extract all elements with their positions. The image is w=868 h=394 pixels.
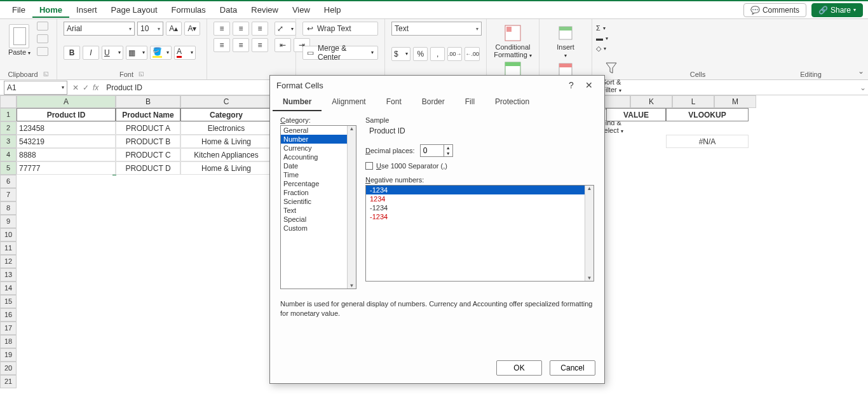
row-header-20[interactable]: 20 xyxy=(0,362,17,375)
comma-button[interactable]: , xyxy=(430,47,445,61)
spin-up-icon[interactable]: ▲ xyxy=(444,145,452,151)
row-header-13[interactable]: 13 xyxy=(0,268,17,282)
borders-button[interactable]: ▦▾ xyxy=(126,46,147,60)
menu-view[interactable]: View xyxy=(285,2,317,18)
negative-item-3[interactable]: -1234 xyxy=(366,212,593,221)
clipboard-launcher[interactable]: ◱ xyxy=(43,71,49,78)
align-middle-button[interactable]: ≡ xyxy=(233,22,249,36)
row-header-10[interactable]: 10 xyxy=(0,228,17,241)
tab-protection[interactable]: Protection xyxy=(485,95,539,111)
col-header-A[interactable]: A xyxy=(17,95,116,108)
italic-button[interactable]: I xyxy=(83,46,99,60)
category-item-fraction[interactable]: Fraction xyxy=(281,188,356,197)
tab-alignment[interactable]: Alignment xyxy=(322,95,376,111)
cell-A2[interactable]: 123458 xyxy=(17,121,116,135)
comments-button[interactable]: 💬Comments xyxy=(743,3,806,17)
row-header-12[interactable]: 12 xyxy=(0,255,17,268)
expand-formula-button[interactable]: ⌄ xyxy=(858,83,868,92)
category-item-text[interactable]: Text xyxy=(281,206,356,215)
row-header-11[interactable]: 11 xyxy=(0,241,17,255)
row-header-14[interactable]: 14 xyxy=(0,282,17,295)
category-item-percentage[interactable]: Percentage xyxy=(281,179,356,188)
row-header-6[interactable]: 6 xyxy=(0,175,17,188)
share-button[interactable]: 🔗Share▾ xyxy=(811,3,863,17)
cut-icon[interactable] xyxy=(37,22,48,31)
ribbon-collapse-button[interactable]: ⌄ xyxy=(858,67,864,76)
copy-icon[interactable] xyxy=(37,34,48,43)
cell-C4[interactable]: Kitchen Appliances xyxy=(180,148,272,161)
decimal-places-input[interactable] xyxy=(421,146,444,155)
menu-formulas[interactable]: Formulas xyxy=(165,2,213,18)
row-header-15[interactable]: 15 xyxy=(0,295,17,308)
name-box[interactable]: A1▾ xyxy=(4,81,67,95)
ok-button[interactable]: OK xyxy=(496,360,542,376)
row-header-3[interactable]: 3 xyxy=(0,135,17,148)
cell-C2[interactable]: Electronics xyxy=(180,121,272,135)
category-item-currency[interactable]: Currency xyxy=(281,144,356,153)
col-header-B[interactable]: B xyxy=(116,95,180,108)
number-format-combo[interactable]: Text▾ xyxy=(391,22,482,36)
cell-J3[interactable]: #N/A xyxy=(666,135,749,148)
autosum-button[interactable]: Σ▾ xyxy=(596,24,608,32)
cancel-button[interactable]: Cancel xyxy=(550,360,595,376)
menu-help[interactable]: Help xyxy=(317,2,348,18)
menu-home[interactable]: Home xyxy=(32,2,69,18)
menu-file[interactable]: File xyxy=(5,2,32,18)
font-launcher[interactable]: ◱ xyxy=(139,71,144,78)
font-size-combo[interactable]: 10▾ xyxy=(137,22,163,36)
cell-B3[interactable]: PRODUCT B xyxy=(116,135,180,148)
row-header-17[interactable]: 17 xyxy=(0,322,17,335)
col-header-M[interactable]: M xyxy=(714,95,756,108)
menu-data[interactable]: Data xyxy=(213,2,244,18)
decrease-indent-button[interactable]: ⇤ xyxy=(275,38,291,52)
category-item-custom[interactable]: Custom xyxy=(281,224,356,233)
grow-font-button[interactable]: A▴ xyxy=(166,22,182,36)
tab-fill[interactable]: Fill xyxy=(455,95,485,111)
align-bottom-button[interactable]: ≡ xyxy=(252,22,268,36)
cell-A1[interactable]: Product ID xyxy=(17,108,116,121)
menu-pagelayout[interactable]: Page Layout xyxy=(104,2,165,18)
cancel-edit-icon[interactable]: ✕ xyxy=(72,83,79,92)
align-right-button[interactable]: ≡ xyxy=(252,38,268,52)
cell-A5[interactable]: 77777 xyxy=(17,161,116,175)
cell-B1[interactable]: Product Name xyxy=(116,108,180,121)
cell-J1[interactable]: VLOOKUP xyxy=(666,108,749,121)
row-header-9[interactable]: 9 xyxy=(0,215,17,228)
decimal-places-spinner[interactable]: ▲▼ xyxy=(420,144,453,157)
cell-B2[interactable]: PRODUCT A xyxy=(116,121,180,135)
cell-C5[interactable]: Home & Living xyxy=(180,161,272,175)
cell-C3[interactable]: Home & Living xyxy=(180,135,272,148)
increase-decimal-button[interactable]: .00→ xyxy=(447,47,463,61)
percent-button[interactable]: % xyxy=(413,47,428,61)
close-icon[interactable]: ✕ xyxy=(580,80,598,90)
paste-button[interactable]: Paste ▾ xyxy=(8,48,31,56)
align-center-button[interactable]: ≡ xyxy=(233,38,249,52)
tab-border[interactable]: Border xyxy=(412,95,455,111)
row-header-18[interactable]: 18 xyxy=(0,335,17,348)
merge-center-button[interactable]: ▭Merge & Center▾ xyxy=(302,46,378,60)
align-top-button[interactable]: ≡ xyxy=(214,22,230,36)
negative-item-2[interactable]: -1234 xyxy=(366,203,593,212)
underline-button[interactable]: U▾ xyxy=(102,46,123,60)
row-header-5[interactable]: 5 xyxy=(0,161,17,175)
category-item-accounting[interactable]: Accounting xyxy=(281,153,356,161)
col-header-K[interactable]: K xyxy=(630,95,672,108)
category-item-special[interactable]: Special xyxy=(281,215,356,224)
font-color-button[interactable]: A▾ xyxy=(174,46,196,60)
row-header-19[interactable]: 19 xyxy=(0,348,17,362)
negative-numbers-listbox[interactable]: -12341234-1234-1234▲▼ xyxy=(365,185,594,282)
fill-color-button[interactable]: 🪣▾ xyxy=(150,46,172,60)
category-item-scientific[interactable]: Scientific xyxy=(281,197,356,206)
font-name-combo[interactable]: Arial▾ xyxy=(64,22,135,36)
row-header-1[interactable]: 1 xyxy=(0,108,17,121)
col-header-L[interactable]: L xyxy=(672,95,714,108)
negative-item-1[interactable]: 1234 xyxy=(366,194,593,203)
menu-insert[interactable]: Insert xyxy=(69,2,104,18)
category-item-date[interactable]: Date xyxy=(281,161,356,170)
currency-button[interactable]: $▾ xyxy=(391,47,410,61)
shrink-font-button[interactable]: A▾ xyxy=(184,22,200,36)
col-header-C[interactable]: C xyxy=(180,95,272,108)
row-header-2[interactable]: 2 xyxy=(0,121,17,135)
spin-down-icon[interactable]: ▼ xyxy=(444,151,452,156)
category-item-time[interactable]: Time xyxy=(281,170,356,179)
